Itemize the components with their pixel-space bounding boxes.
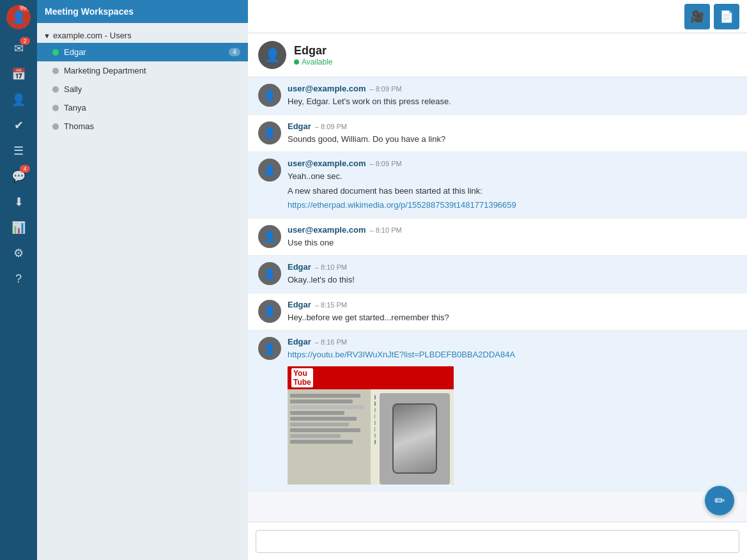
compose-button[interactable]: ✏ <box>705 486 734 515</box>
message-sender: user@example.com <box>288 159 366 168</box>
sidebar-item-sally[interactable]: Sally <box>37 80 248 98</box>
chat-button[interactable]: 💬 4 <box>7 165 30 188</box>
message-avatar: 👤 <box>258 300 281 323</box>
gear-icon: ⚙ <box>13 246 24 260</box>
status-dot-thomas <box>52 123 59 130</box>
chat-contact-info: Edgar Available <box>294 44 332 66</box>
message-header: Edgar – 8:15 PM <box>288 300 737 309</box>
message-row: 👤 user@example.com – 8:09 PM Yeah..one s… <box>248 152 747 219</box>
youtube-logo: YouTube <box>291 368 313 387</box>
calendar-button[interactable]: 📅 <box>7 63 30 86</box>
download-button[interactable]: ⬇ <box>7 191 30 214</box>
yt-line <box>374 414 375 419</box>
status-dot-sally <box>52 86 59 93</box>
messages-list: 👤 user@example.com – 8:09 PM Hey, Edgar.… <box>248 77 747 522</box>
message-avatar: 👤 <box>258 159 281 182</box>
check-icon: ✔ <box>14 118 24 132</box>
sidebar-item-tanya[interactable]: Tanya <box>37 98 248 117</box>
message-content: user@example.com – 8:10 PM Use this one <box>288 225 737 249</box>
settings-button[interactable]: ⚙ <box>7 242 30 265</box>
mail-badge: 2 <box>20 37 30 45</box>
message-sender: Edgar <box>288 121 311 131</box>
yt-line <box>374 440 376 444</box>
youtube-link[interactable]: https://youtu.be/RV3IWuXnJtE?list=PLBDEF… <box>288 350 515 359</box>
etherpad-link[interactable]: https://etherpad.wikimedia.org/p/1552887… <box>288 200 516 210</box>
person-icon: 👤 <box>12 93 26 107</box>
chart-icon: 📊 <box>12 221 26 235</box>
yt-line <box>374 421 376 425</box>
yt-line <box>374 401 376 406</box>
mail-button[interactable]: ✉ 2 <box>7 37 30 60</box>
message-row: 👤 user@example.com – 8:09 PM Hey, Edgar.… <box>248 77 747 115</box>
analytics-button[interactable]: 📊 <box>7 216 30 239</box>
sidebar: Meeting Workspaces ▼ example.com - Users… <box>37 0 248 560</box>
message-sender: Edgar <box>288 337 311 346</box>
message-text: Okay..let's do this! <box>288 274 737 286</box>
status-label: Available <box>302 58 332 66</box>
yt-line <box>290 434 341 438</box>
message-avatar: 👤 <box>258 84 281 107</box>
yt-phone-image <box>380 393 450 485</box>
video-camera-icon: 🎥 <box>690 10 704 24</box>
phone-graphic <box>392 403 437 474</box>
yt-text-area <box>374 393 376 485</box>
yt-line <box>290 405 364 409</box>
yt-line <box>290 428 360 432</box>
sidebar-item-marketing[interactable]: Marketing Department <box>37 61 248 80</box>
document-button[interactable]: 📄 <box>714 4 739 29</box>
message-content: Edgar – 8:16 PM https://youtu.be/RV3IWuX… <box>288 337 737 485</box>
sidebar-item-edgar[interactable]: Edgar 4 <box>37 43 248 61</box>
message-header: Edgar – 8:10 PM <box>288 262 737 272</box>
help-button[interactable]: ? <box>7 267 30 290</box>
message-text: Yeah..one sec. <box>288 170 737 183</box>
message-time: – 8:16 PM <box>315 338 347 346</box>
message-time: – 8:15 PM <box>315 301 347 309</box>
message-text: Hey..before we get started...remember th… <box>288 311 737 324</box>
sidebar-item-thomas[interactable]: Thomas <box>37 117 248 136</box>
chat-contact-name: Edgar <box>294 44 332 58</box>
message-content: user@example.com – 8:09 PM Yeah..one sec… <box>288 159 737 212</box>
message-row: 👤 Edgar – 8:09 PM Sounds good, William. … <box>248 115 747 153</box>
list-icon: ☰ <box>13 144 24 158</box>
chat-badge: 4 <box>20 165 30 173</box>
user-avatar[interactable]: 👤 99+ <box>6 5 31 29</box>
youtube-content <box>288 389 454 485</box>
yt-line <box>290 440 353 444</box>
contacts-button[interactable]: 👤 <box>7 88 30 111</box>
yt-line <box>290 423 349 426</box>
message-text: Hey, Edgar. Let's work on this press rel… <box>288 95 737 108</box>
message-content: user@example.com – 8:09 PM Hey, Edgar. L… <box>288 84 737 108</box>
message-input[interactable] <box>256 530 739 553</box>
message-avatar: 👤 <box>258 337 281 360</box>
notes-button[interactable]: ☰ <box>7 139 30 162</box>
calendar-icon: 📅 <box>12 67 26 81</box>
message-time: – 8:09 PM <box>370 85 402 93</box>
help-icon: ? <box>15 272 22 286</box>
message-row: 👤 Edgar – 8:15 PM Hey..before we get sta… <box>248 293 747 331</box>
sidebar-label-tanya: Tanya <box>64 103 86 113</box>
arrow-icon: ▼ <box>43 32 50 40</box>
youtube-thumbnail[interactable]: YouTube <box>288 366 454 485</box>
online-status-dot <box>294 59 299 65</box>
youtube-header: YouTube <box>288 366 454 389</box>
message-content: Edgar – 8:09 PM Sounds good, William. Do… <box>288 121 737 146</box>
message-sender: Edgar <box>288 300 311 309</box>
chat-contact-status: Available <box>294 58 332 66</box>
input-bar: ✏ <box>248 522 747 560</box>
message-header: user@example.com – 8:10 PM <box>288 225 737 235</box>
message-sender: Edgar <box>288 262 311 272</box>
message-time: – 8:09 PM <box>370 160 402 167</box>
sidebar-section-label: example.com - Users <box>53 31 132 40</box>
contact-avatar-icon: 👤 <box>265 47 281 63</box>
main-content: 🎥 📄 👤 Edgar Available 👤 user@example.com <box>248 0 747 560</box>
sidebar-section[interactable]: ▼ example.com - Users <box>37 28 248 43</box>
video-call-button[interactable]: 🎥 <box>684 4 710 29</box>
sidebar-header: Meeting Workspaces <box>37 0 248 23</box>
tasks-button[interactable]: ✔ <box>7 114 30 137</box>
message-time: – 8:10 PM <box>370 226 402 234</box>
yt-line <box>374 433 376 438</box>
message-sender: user@example.com <box>288 225 366 235</box>
message-avatar: 👤 <box>258 225 281 248</box>
top-bar: 🎥 📄 <box>248 0 747 33</box>
yt-line <box>290 400 353 403</box>
